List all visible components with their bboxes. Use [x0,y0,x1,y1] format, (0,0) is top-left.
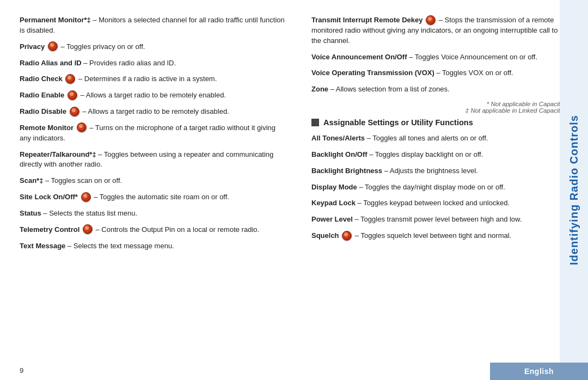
site-lock-label: Site Lock On/Off* [20,193,78,201]
entry-permanent-monitor: Permanent Monitor*‡ – Monitors a selecte… [20,15,285,36]
remote-monitor-radio-icon [77,122,87,132]
telemetry-text: – Controls the Output Pin on a local or … [94,225,259,234]
entry-transmit-interrupt: Transmit Interrupt Remote Dekey – Stops … [311,15,577,46]
squelch-label: Squelch [311,231,339,240]
all-tones-text: – Toggles all tones and alerts on or off… [365,134,488,142]
permanent-monitor-label: Permanent Monitor*‡ [20,16,91,24]
squelch-text: – Toggles squelch level between tight an… [353,231,511,240]
radio-enable-text: – Allows a target radio to be remotely e… [78,91,226,99]
entry-site-lock: Site Lock On/Off* – Toggles the automati… [20,192,285,203]
site-lock-text: – Toggles the automatic site roam on or … [92,193,229,201]
keypad-lock-label: Keypad Lock [311,199,356,207]
backlight-brightness-label: Backlight Brightness [311,167,382,175]
all-tones-label: All Tones/Alerts [311,134,365,142]
entry-radio-alias: Radio Alias and ID – Provides radio alia… [20,58,285,69]
side-tab: Identifying Radio Controls [560,0,588,380]
entry-privacy: Privacy – Toggles privacy on or off. [20,42,285,52]
radio-check-text: – Determines if a radio is active in a s… [76,75,217,83]
entry-vox: Voice Operating Transmission (VOX) – Tog… [311,68,577,78]
right-column: Transmit Interrupt Remote Dekey – Stops … [298,15,577,369]
entry-scan: Scan*‡ – Toggles scan on or off. [20,176,285,186]
repeater-label: Repeater/Talkaround*‡ [20,150,96,158]
radio-enable-label: Radio Enable [20,91,64,99]
status-label: Status [20,209,41,217]
entry-status: Status – Selects the status list menu. [20,209,285,219]
page-number: 9 [20,366,23,375]
radio-alias-text: – Provides radio alias and ID. [82,59,176,67]
remote-monitor-label: Remote Monitor [20,124,74,132]
vox-text: – Toggles VOX on or off. [434,69,513,77]
scan-label: Scan*‡ [20,176,43,185]
section-heading-icon [311,119,319,126]
display-mode-label: Display Mode [311,183,357,191]
side-tab-text: Identifying Radio Controls [568,115,580,265]
transmit-interrupt-label: Transmit Interrupt Remote Dekey [311,16,422,24]
entry-text-message: Text Message – Selects the text message … [20,241,285,252]
entry-radio-check: Radio Check – Determines if a radio is a… [20,74,285,84]
privacy-text: – Toggles privacy on or off. [59,42,145,51]
page-container: Permanent Monitor*‡ – Monitors a selecte… [0,0,588,380]
entry-telemetry: Telemetry Control – Controls the Output … [20,225,285,235]
site-lock-radio-icon [81,192,91,202]
entry-all-tones: All Tones/Alerts – Toggles all tones and… [311,133,577,144]
backlight-onoff-label: Backlight On/Off [311,150,367,158]
squelch-radio-icon [342,231,352,241]
footnote1: * Not applicable in Capacity Plus [311,101,577,107]
section-heading: Assignable Settings or Utility Functions [311,118,577,127]
entry-radio-disable: Radio Disable – Allows a target radio to… [20,107,285,117]
radio-disable-text: – Allows a target radio to be remotely d… [81,107,229,115]
entry-display-mode: Display Mode – Toggles the day/night dis… [311,182,577,193]
text-message-label: Text Message [20,242,65,250]
display-mode-text: – Toggles the day/night display mode on … [357,183,505,191]
entry-power-level: Power Level – Toggles transmit power lev… [311,214,577,225]
backlight-onoff-text: – Toggles display backlight on or off. [367,150,483,158]
power-level-text: – Toggles transmit power level between h… [353,215,522,223]
telemetry-radio-icon [83,224,93,234]
telemetry-label: Telemetry Control [20,225,79,234]
zone-text: – Allows selection from a list of zones. [328,85,450,93]
radio-enable-radio-icon [68,90,77,100]
footnote-block: * Not applicable in Capacity Plus ‡ Not … [311,101,577,114]
section-heading-text: Assignable Settings or Utility Functions [323,118,473,127]
transmit-interrupt-radio-icon [426,15,436,25]
zone-label: Zone [311,85,328,93]
vox-label: Voice Operating Transmission (VOX) [311,69,434,77]
radio-check-label: Radio Check [20,75,63,83]
entry-squelch: Squelch – Toggles squelch level between … [311,231,577,241]
scan-text: – Toggles scan on or off. [43,176,122,185]
privacy-radio-icon [48,41,58,51]
text-message-text: – Selects the text message menu. [65,242,174,250]
radio-check-radio-icon [65,74,75,84]
entry-backlight-onoff: Backlight On/Off – Toggles display backl… [311,150,577,160]
footnote2: ‡ Not applicable in Linked Capacity Plus [311,107,577,114]
entry-repeater: Repeater/Talkaround*‡ – Toggles between … [20,150,285,170]
entry-voice-announcement: Voice Announcement On/Off – Toggles Voic… [311,52,577,63]
entry-backlight-brightness: Backlight Brightness – Adjusts the brigh… [311,166,577,176]
bottom-bar: English [490,363,588,380]
entry-keypad-lock: Keypad Lock – Toggles keypad between loc… [311,198,577,209]
language-label: English [524,367,554,376]
radio-disable-radio-icon [70,107,79,117]
entry-remote-monitor: Remote Monitor – Turns on the microphone… [20,123,285,144]
main-content: Permanent Monitor*‡ – Monitors a selecte… [0,0,588,380]
radio-alias-label: Radio Alias and ID [20,59,82,67]
voice-announcement-text: – Toggles Voice Announcement on or off. [407,53,537,61]
left-column: Permanent Monitor*‡ – Monitors a selecte… [20,15,298,369]
power-level-label: Power Level [311,215,353,223]
privacy-label: Privacy [20,42,45,51]
entry-radio-enable: Radio Enable – Allows a target radio to … [20,90,285,101]
backlight-brightness-text: – Adjusts the brightness level. [382,167,478,175]
entry-zone: Zone – Allows selection from a list of z… [311,84,577,95]
radio-disable-label: Radio Disable [20,107,66,115]
status-text: – Selects the status list menu. [41,209,137,217]
voice-announcement-label: Voice Announcement On/Off [311,53,407,61]
keypad-lock-text: – Toggles keypad between locked and unlo… [356,199,510,207]
